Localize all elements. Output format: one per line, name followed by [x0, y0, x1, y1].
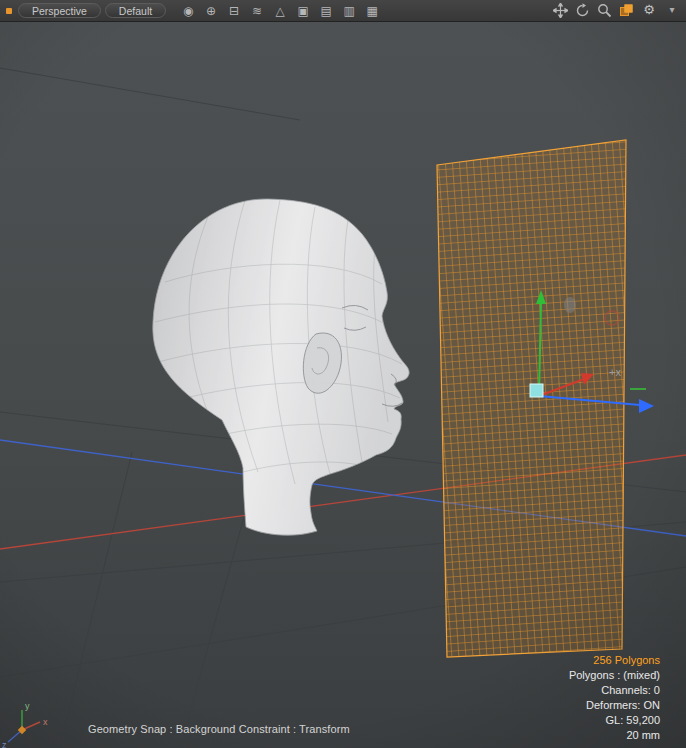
modo-viewport-window: Perspective Default ◉ ⊕ ⊟ ≋ △ ▣ ▤ ▥ ▦ — [0, 0, 686, 748]
viewport-settings-gear-icon[interactable]: ⚙ — [641, 2, 657, 20]
polygon-mode-icon[interactable]: △ — [272, 2, 288, 20]
mini-axis-x-label: x — [43, 717, 48, 727]
layer-c-icon[interactable]: ▦ — [364, 2, 380, 20]
stat-channels: Channels: 0 — [569, 683, 660, 698]
wireframe-icon[interactable]: ≋ — [249, 2, 265, 20]
stat-gl: GL: 59,200 — [569, 713, 660, 728]
selected-plane[interactable] — [437, 140, 626, 657]
mini-axis-z-label: z — [2, 740, 7, 748]
environment-icon[interactable]: ⊕ — [203, 2, 219, 20]
layer-a-icon[interactable]: ▤ — [318, 2, 334, 20]
shaded-sphere-icon[interactable]: ◉ — [180, 2, 196, 20]
perspective-dropdown[interactable]: Perspective — [18, 3, 101, 18]
matcap-icon[interactable]: ⊟ — [226, 2, 242, 20]
stat-deformers: Deformers: ON — [569, 698, 660, 713]
stat-polygons: Polygons : (mixed) — [569, 668, 660, 683]
overlay-icon[interactable]: ▣ — [295, 2, 311, 20]
shading-default-dropdown[interactable]: Default — [105, 3, 166, 18]
snap-status-text: Geometry Snap : Background Constraint : … — [88, 723, 350, 735]
pan-move-icon[interactable] — [553, 3, 568, 18]
layer-b-icon[interactable]: ▥ — [341, 2, 357, 20]
gizmo-origin-handle[interactable] — [530, 384, 543, 397]
3d-viewport[interactable]: +x y x z Geometry Snap : Background Cons… — [0, 22, 686, 748]
zoom-icon[interactable] — [597, 3, 612, 18]
rotate-view-icon[interactable] — [575, 3, 590, 18]
handle-ghost — [564, 297, 576, 313]
viewport-option-icons: ◉ ⊕ ⊟ ≋ △ ▣ ▤ ▥ ▦ — [180, 2, 380, 20]
viewport-menu-dropdown-icon[interactable]: ▾ — [664, 2, 680, 20]
viewport-nav-icons: ⚙ ▾ — [553, 2, 680, 20]
maximize-viewport-icon[interactable] — [619, 3, 634, 18]
viewport-stats: 256 Polygons Polygons : (mixed) Channels… — [569, 653, 660, 743]
stat-grid-size: 20 mm — [569, 728, 660, 743]
viewport-corner-marker[interactable] — [6, 8, 12, 14]
mini-axis-y-label: y — [25, 701, 30, 711]
viewport-toolbar: Perspective Default ◉ ⊕ ⊟ ≋ △ ▣ ▤ ▥ ▦ — [0, 0, 686, 22]
viewport-canvas[interactable]: +x y x z — [0, 22, 686, 748]
axis-hint-label: +x — [609, 366, 621, 378]
selection-count-label: 256 Polygons — [569, 653, 660, 668]
